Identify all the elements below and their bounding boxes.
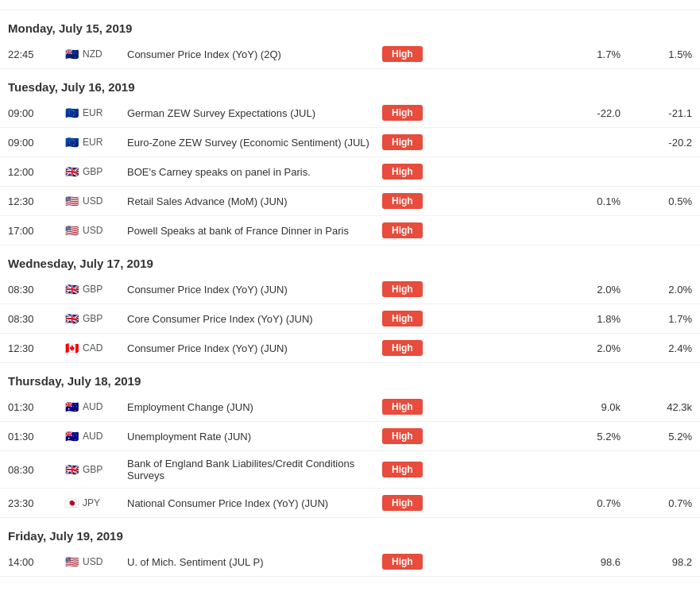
importance-badge: High [382,164,423,180]
event-currency: 🇬🇧 GBP [64,281,127,297]
calendar-body: Monday, July 15, 2019 22:45 🇳🇿 NZD Consu… [0,10,700,577]
event-forecast: 9.0k [549,401,621,413]
event-currency: 🇳🇿 NZD [64,46,127,62]
event-time: 22:45 [8,48,64,60]
flag-icon: 🇬🇧 [64,164,79,180]
event-forecast: 1.8% [549,313,621,325]
event-previous: 98.2 [621,556,692,568]
event-name: Consumer Price Index (YoY) (JUN) [127,284,382,296]
importance-cell: High [382,428,478,444]
event-name: German ZEW Survey Expectations (JUL) [127,107,382,119]
importance-badge: High [382,222,423,238]
event-name: Bank of England Bank Liabilites/Credit C… [127,458,382,481]
event-row: 01:30 🇦🇺 AUD Employment Change (JUN) Hig… [0,392,700,422]
event-row: 09:00 🇪🇺 EUR Euro-Zone ZEW Survey (Econo… [0,128,700,157]
importance-badge: High [382,340,423,356]
event-time: 12:30 [8,195,64,207]
importance-cell: High [382,399,478,415]
event-forecast: 0.1% [549,195,621,207]
event-name: Unemployment Rate (JUN) [127,431,382,443]
event-row: 08:30 🇬🇧 GBP Consumer Price Index (YoY) … [0,275,700,304]
event-forecast: 1.7% [549,48,621,60]
importance-badge: High [382,399,423,415]
flag-icon: 🇺🇸 [64,554,79,570]
importance-badge: High [382,462,423,477]
importance-badge: High [382,495,423,511]
event-previous: 5.2% [621,431,692,443]
importance-badge: High [382,46,423,62]
flag-icon: 🇳🇿 [64,46,79,62]
event-time: 08:30 [8,313,64,325]
event-row: 12:30 🇺🇸 USD Retail Sales Advance (MoM) … [0,187,700,216]
event-currency: 🇦🇺 AUD [64,399,127,415]
event-previous: 0.7% [621,497,692,509]
importance-cell: High [382,222,478,238]
event-row: 08:30 🇬🇧 GBP Bank of England Bank Liabil… [0,451,700,489]
event-row: 17:00 🇺🇸 USD Powell Speaks at bank of Fr… [0,216,700,245]
day-header-4: Friday, July 19, 2019 [0,518,700,547]
event-row: 01:30 🇦🇺 AUD Unemployment Rate (JUN) Hig… [0,422,700,451]
importance-badge: High [382,554,423,570]
event-name: Core Consumer Price Index (YoY) (JUN) [127,313,382,325]
importance-badge: High [382,281,423,297]
flag-icon: 🇺🇸 [64,193,79,209]
importance-badge: High [382,193,423,209]
flag-icon: 🇨🇦 [64,340,79,356]
event-row: 12:00 🇬🇧 GBP BOE's Carney speaks on pane… [0,157,700,187]
event-forecast: 0.7% [549,497,621,509]
event-currency: 🇪🇺 EUR [64,105,127,121]
flag-icon: 🇺🇸 [64,222,79,238]
importance-cell: High [382,554,478,570]
event-name: Powell Speaks at bank of France Dinner i… [127,225,382,237]
event-currency: 🇺🇸 USD [64,222,127,238]
importance-cell: High [382,340,478,356]
flag-icon: 🇬🇧 [64,311,79,327]
event-time: 12:30 [8,342,64,354]
event-previous: -21.1 [621,107,692,119]
event-forecast: 98.6 [549,556,621,568]
event-name: U. of Mich. Sentiment (JUL P) [127,556,382,568]
event-time: 17:00 [8,225,64,237]
header-row [0,0,700,10]
event-currency: 🇬🇧 GBP [64,462,127,477]
event-previous: 1.7% [621,313,692,325]
day-header-3: Thursday, July 18, 2019 [0,363,700,392]
day-header-2: Wednesday, July 17, 2019 [0,245,700,275]
event-name: Consumer Price Index (YoY) (2Q) [127,48,382,60]
event-time: 01:30 [8,401,64,413]
event-currency: 🇦🇺 AUD [64,428,127,444]
importance-cell: High [382,462,478,477]
event-row: 08:30 🇬🇧 GBP Core Consumer Price Index (… [0,304,700,334]
event-previous: 1.5% [621,48,692,60]
flag-icon: 🇦🇺 [64,399,79,415]
importance-cell: High [382,134,478,150]
event-forecast: 2.0% [549,342,621,354]
flag-icon: 🇦🇺 [64,428,79,444]
importance-badge: High [382,311,423,327]
importance-cell: High [382,281,478,297]
event-name: Employment Change (JUN) [127,401,382,413]
event-time: 12:00 [8,166,64,178]
event-previous: 42.3k [621,401,692,413]
event-currency: 🇺🇸 USD [64,193,127,209]
day-header-0: Monday, July 15, 2019 [0,10,700,40]
event-row: 09:00 🇪🇺 EUR German ZEW Survey Expectati… [0,99,700,128]
importance-cell: High [382,311,478,327]
importance-cell: High [382,46,478,62]
importance-cell: High [382,193,478,209]
event-currency: 🇪🇺 EUR [64,134,127,150]
event-forecast: 5.2% [549,431,621,443]
event-currency: 🇯🇵 JPY [64,495,127,511]
flag-icon: 🇬🇧 [64,462,79,477]
importance-badge: High [382,428,423,444]
event-row: 22:45 🇳🇿 NZD Consumer Price Index (YoY) … [0,40,700,69]
event-time: 08:30 [8,464,64,476]
event-forecast: 2.0% [549,284,621,296]
event-previous: 0.5% [621,195,692,207]
event-forecast: -22.0 [549,107,621,119]
day-header-1: Tuesday, July 16, 2019 [0,69,700,99]
event-currency: 🇺🇸 USD [64,554,127,570]
importance-cell: High [382,495,478,511]
importance-badge: High [382,134,423,150]
event-previous: -20.2 [621,137,692,149]
